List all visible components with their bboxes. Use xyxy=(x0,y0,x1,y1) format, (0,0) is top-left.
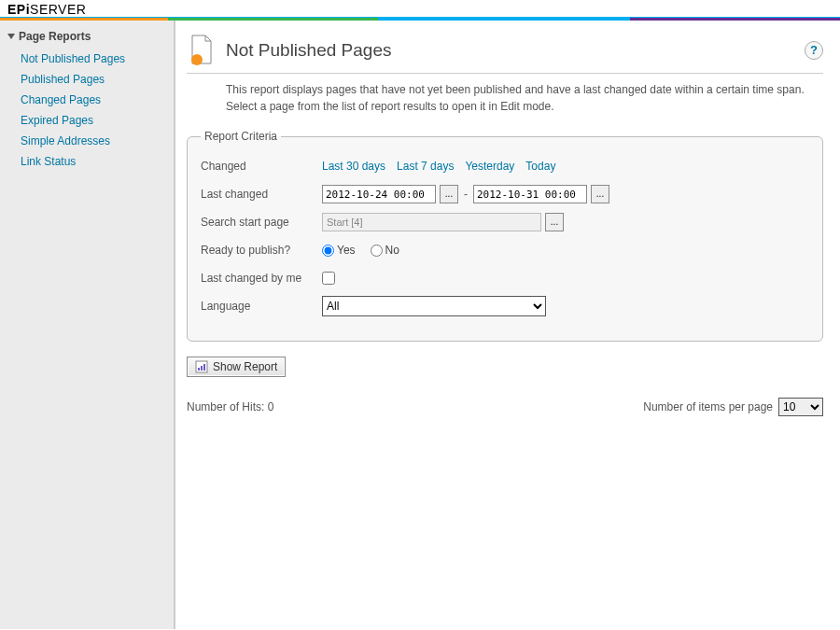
row-last-changed: Last changed ... - ... xyxy=(201,184,809,204)
row-language: Language All xyxy=(201,296,809,316)
sidebar-item-link-status[interactable]: Link Status xyxy=(21,151,174,172)
row-by-me: Last changed by me xyxy=(201,268,809,288)
radio-no-label: No xyxy=(385,244,399,257)
link-today[interactable]: Today xyxy=(525,160,555,173)
link-last-7-days[interactable]: Last 7 days xyxy=(397,160,454,173)
svg-rect-3 xyxy=(201,366,203,371)
sidebar: Page Reports Not Published Pages Publish… xyxy=(0,21,175,629)
fieldset-legend: Report Criteria xyxy=(201,130,281,143)
sidebar-list: Not Published Pages Published Pages Chan… xyxy=(21,49,174,172)
checkbox-by-me[interactable] xyxy=(322,272,335,285)
page-description: This report displays pages that have not… xyxy=(226,81,805,115)
show-report-label: Show Report xyxy=(213,360,277,373)
sidebar-header-label: Page Reports xyxy=(19,30,91,43)
radio-yes[interactable] xyxy=(322,245,334,257)
language-select[interactable]: All xyxy=(322,296,546,316)
date-to-input[interactable] xyxy=(473,185,587,203)
label-last-changed: Last changed xyxy=(201,188,322,201)
svg-rect-2 xyxy=(198,368,200,371)
top-bar: EPiSERVER xyxy=(0,0,840,17)
date-separator: - xyxy=(464,188,468,201)
svg-point-0 xyxy=(191,54,203,65)
link-yesterday[interactable]: Yesterday xyxy=(465,160,514,173)
report-icon xyxy=(195,360,208,373)
sidebar-item-expired[interactable]: Expired Pages xyxy=(21,110,174,131)
date-to-picker-button[interactable]: ... xyxy=(591,185,609,203)
page-header: Not Published Pages ? xyxy=(187,34,823,74)
sidebar-item-changed[interactable]: Changed Pages xyxy=(21,90,174,110)
radio-no-wrap[interactable]: No xyxy=(371,244,399,257)
results-bar: Number of Hits: 0 Number of items per pa… xyxy=(187,398,823,416)
row-search-start: Search start page ... xyxy=(201,212,809,232)
page-icon xyxy=(187,34,217,67)
link-last-30-days[interactable]: Last 30 days xyxy=(322,160,385,173)
sidebar-item-published[interactable]: Published Pages xyxy=(21,69,174,90)
per-page-label: Number of items per page xyxy=(643,400,773,413)
search-start-input xyxy=(322,213,541,231)
label-changed: Changed xyxy=(201,160,322,173)
chevron-down-icon xyxy=(7,34,15,39)
main-content: Not Published Pages ? This report displa… xyxy=(175,21,840,629)
sidebar-header[interactable]: Page Reports xyxy=(7,30,174,43)
logo: EPiSERVER xyxy=(7,2,86,17)
label-search-start: Search start page xyxy=(201,216,322,229)
content-container: Page Reports Not Published Pages Publish… xyxy=(0,21,840,629)
sidebar-item-not-published[interactable]: Not Published Pages xyxy=(21,49,174,69)
radio-yes-wrap[interactable]: Yes xyxy=(322,244,356,257)
show-report-button[interactable]: Show Report xyxy=(187,357,286,377)
svg-rect-4 xyxy=(203,364,205,371)
row-changed: Changed Last 30 days Last 7 days Yesterd… xyxy=(201,156,809,176)
hits-count: Number of Hits: 0 xyxy=(187,400,273,413)
page-title: Not Published Pages xyxy=(226,40,805,61)
radio-yes-label: Yes xyxy=(337,244,356,257)
date-from-picker-button[interactable]: ... xyxy=(440,185,458,203)
row-ready-publish: Ready to publish? Yes No xyxy=(201,240,809,260)
search-start-picker-button[interactable]: ... xyxy=(545,213,564,231)
label-by-me: Last changed by me xyxy=(201,272,322,285)
sidebar-item-simple-addresses[interactable]: Simple Addresses xyxy=(21,131,174,151)
help-button[interactable]: ? xyxy=(805,41,823,60)
radio-no[interactable] xyxy=(371,245,383,257)
per-page-select[interactable]: 10 xyxy=(778,398,823,416)
report-criteria-fieldset: Report Criteria Changed Last 30 days Las… xyxy=(187,130,823,342)
date-from-input[interactable] xyxy=(322,185,436,203)
label-ready-publish: Ready to publish? xyxy=(201,244,322,257)
label-language: Language xyxy=(201,300,322,313)
